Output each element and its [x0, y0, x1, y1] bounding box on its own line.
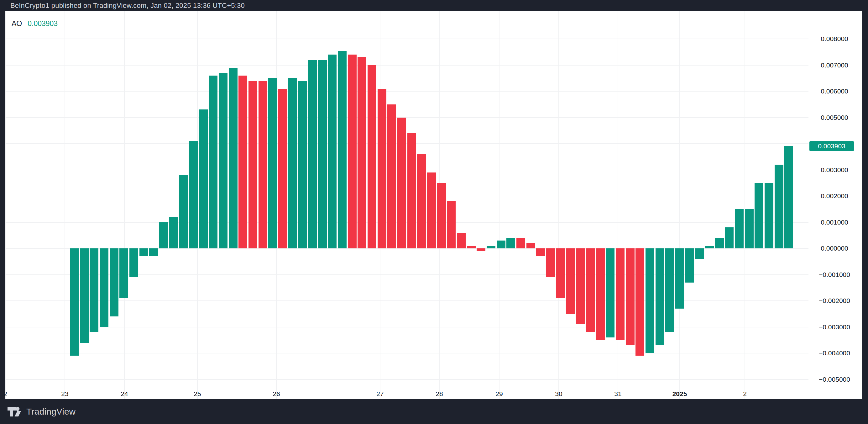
ao-bar	[169, 217, 178, 248]
x-axis-label: 2025	[673, 390, 687, 398]
x-axis-label: 29	[495, 390, 503, 398]
ao-bar	[70, 248, 79, 356]
ao-bar	[229, 68, 238, 248]
ao-bar	[457, 233, 466, 248]
ao-bar	[298, 81, 307, 248]
ao-bar	[576, 248, 585, 324]
ao-bar	[328, 55, 337, 248]
ao-bar	[417, 154, 426, 248]
ao-bar	[378, 89, 386, 248]
horizontal-gridline	[6, 379, 808, 380]
ao-bar	[219, 73, 227, 248]
ao-bar	[646, 248, 654, 353]
x-axis-label: 2	[743, 390, 747, 398]
ao-bar	[745, 209, 754, 248]
indicator-legend[interactable]: AO 0.003903	[11, 20, 58, 28]
ao-bar	[358, 57, 366, 248]
ao-bar	[754, 183, 763, 248]
y-axis-label: −0.001000	[809, 271, 860, 279]
vertical-gridline	[65, 11, 65, 399]
ao-bar	[476, 248, 486, 251]
ao-bar	[526, 243, 535, 248]
x-axis-label: 27	[376, 390, 383, 398]
x-axis-label: 30	[555, 390, 562, 398]
ao-bar	[695, 248, 704, 259]
ao-bar	[596, 248, 605, 340]
vertical-gridline	[745, 11, 745, 399]
plot-area[interactable]: 0.0080000.0070000.0060000.0050000.004000…	[6, 11, 862, 399]
y-axis-label: −0.003000	[809, 323, 860, 331]
ao-bar	[665, 248, 674, 332]
ao-bar	[685, 248, 694, 283]
tradingview-chart-page: BeInCrypto1 published on TradingView.com…	[0, 0, 868, 424]
indicator-value: 0.003903	[28, 20, 58, 28]
x-axis-label: 24	[121, 390, 128, 398]
horizontal-gridline	[6, 327, 808, 328]
ao-bar	[497, 241, 505, 248]
ao-bar	[258, 81, 267, 248]
x-axis-label: 25	[194, 390, 201, 398]
vertical-gridline	[5, 11, 6, 399]
ao-bar	[427, 172, 436, 248]
ao-bar	[308, 60, 317, 248]
ao-bar	[735, 209, 744, 248]
ao-bar	[110, 248, 119, 316]
tradingview-brand-text[interactable]: TradingView	[26, 407, 75, 417]
ao-bar	[129, 248, 138, 277]
horizontal-gridline	[6, 91, 808, 91]
horizontal-gridline	[6, 38, 808, 39]
tradingview-logo-icon[interactable]	[7, 406, 23, 417]
ao-bar	[397, 118, 406, 249]
y-axis-label: −0.002000	[809, 297, 860, 305]
vertical-gridline	[679, 11, 680, 399]
ao-bar	[80, 248, 89, 343]
ao-bar	[556, 248, 565, 298]
attribution-header: BeInCrypto1 published on TradingView.com…	[0, 0, 868, 11]
ao-bar	[655, 248, 664, 345]
ao-bar	[546, 248, 555, 277]
ao-bar	[268, 78, 277, 248]
horizontal-gridline	[6, 301, 808, 301]
horizontal-gridline	[6, 353, 808, 354]
ao-bar	[140, 248, 148, 256]
ao-bar	[288, 78, 297, 248]
ao-bar	[278, 89, 287, 248]
attribution-text: BeInCrypto1 published on TradingView.com…	[0, 2, 245, 10]
ao-bar	[209, 76, 217, 248]
ao-bar	[348, 55, 356, 248]
x-axis-label: 26	[273, 390, 280, 398]
ao-bar	[149, 248, 158, 256]
ao-bar	[705, 246, 714, 248]
ao-bar	[100, 248, 108, 327]
ao-bar	[387, 105, 396, 248]
last-value-badge: 0.003903	[809, 141, 854, 151]
ao-bar	[506, 238, 515, 248]
ao-bar	[775, 165, 783, 248]
ao-bar	[90, 248, 98, 332]
ao-bar	[487, 246, 495, 248]
vertical-gridline	[558, 11, 559, 399]
ao-bar	[447, 201, 456, 248]
ao-bar	[715, 238, 724, 248]
ao-bar	[784, 146, 793, 248]
ao-bar	[675, 248, 684, 309]
ao-bar	[626, 248, 634, 345]
ao-bar	[467, 246, 476, 248]
ao-bar	[318, 60, 327, 248]
vertical-gridline	[618, 11, 618, 399]
y-axis-label: 0.006000	[809, 87, 860, 95]
ao-bar	[159, 222, 168, 249]
ao-bar	[189, 141, 198, 248]
y-axis-label: 0.000000	[809, 244, 860, 252]
ao-bar	[517, 238, 525, 248]
vertical-gridline	[499, 11, 499, 399]
ao-bar	[248, 81, 257, 248]
horizontal-gridline	[6, 65, 808, 65]
ao-bar	[407, 133, 416, 248]
x-axis-label: 2	[3, 390, 7, 398]
ao-bar	[536, 248, 545, 256]
ao-bar	[119, 248, 128, 298]
ao-bar	[338, 51, 347, 248]
ao-bar	[725, 227, 734, 248]
ao-bar	[437, 183, 446, 248]
